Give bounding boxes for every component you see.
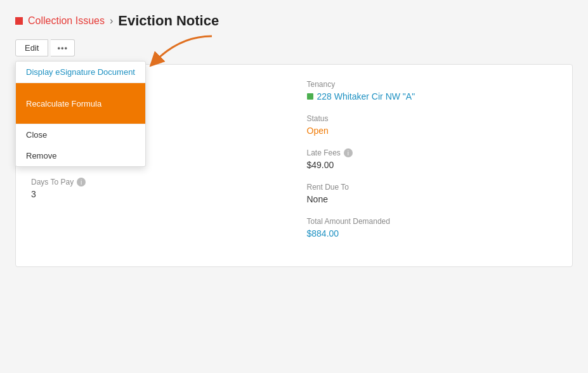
more-dots-icon: ••• (57, 43, 68, 53)
tenancy-field: Tenancy 228 Whitaker Cir NW "A" (307, 80, 558, 101)
rent-due-to-field: Rent Due To None (307, 183, 558, 204)
total-amount-label: Total Amount Demanded (307, 217, 558, 226)
total-amount-field: Total Amount Demanded $884.00 (307, 217, 558, 239)
breadcrumb-separator: › (110, 15, 113, 27)
dropdown-menu: Display eSignature Document Recalculate … (15, 61, 146, 167)
dropdown-item-close[interactable]: Close (16, 124, 145, 145)
rent-due-to-label: Rent Due To (307, 183, 558, 192)
right-column: Tenancy 228 Whitaker Cir NW "A" Status O… (294, 80, 558, 251)
dropdown-item-remove[interactable]: Remove (16, 145, 145, 166)
dropdown-item-esig[interactable]: Display eSignature Document (16, 62, 145, 83)
status-field: Status Open (307, 114, 558, 136)
toolbar: Edit ••• Display eSignature Document Rec… (15, 39, 573, 56)
status-value: Open (307, 126, 558, 136)
days-to-pay-value: 3 (31, 189, 269, 199)
tenancy-dot-icon (307, 93, 313, 100)
status-label: Status (307, 114, 558, 123)
days-to-pay-info-icon[interactable]: i (77, 178, 86, 186)
tenancy-value: 228 Whitaker Cir NW "A" (307, 91, 558, 101)
more-button[interactable]: ••• (51, 39, 75, 56)
breadcrumb-parent[interactable]: Collection Issues (28, 15, 105, 27)
days-to-pay-field: Days To Pay i 3 (31, 178, 269, 199)
late-fees-value: $49.00 (307, 160, 558, 170)
rent-due-to-value: None (307, 194, 558, 204)
late-fees-info-icon[interactable]: i (344, 148, 353, 157)
late-fees-field: Late Fees i $49.00 (307, 148, 558, 170)
late-fees-label: Late Fees i (307, 148, 558, 157)
breadcrumb: Collection Issues › Eviction Notice (15, 13, 573, 29)
tenancy-label: Tenancy (307, 80, 558, 89)
breadcrumb-icon (15, 17, 23, 25)
total-amount-value: $884.00 (307, 228, 558, 239)
breadcrumb-current: Eviction Notice (118, 13, 219, 29)
edit-button[interactable]: Edit (15, 39, 48, 56)
dropdown-item-recalc[interactable]: Recalculate Formula (16, 83, 145, 124)
days-to-pay-label: Days To Pay i (31, 178, 269, 186)
